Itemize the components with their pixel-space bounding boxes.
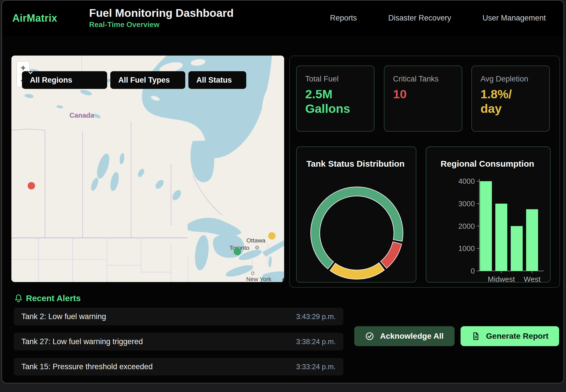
page-title: Fuel Monitoring Dashboard (89, 7, 234, 19)
generate-report-label: Generate Report (486, 332, 548, 341)
alert-time: 3:43:29 p.m. (296, 313, 336, 321)
header: AirMatrix Fuel Monitoring Dashboard Real… (2, 1, 563, 36)
check-circle-icon (365, 332, 374, 341)
alert-text: Tank 2: Low fuel warning (21, 312, 106, 321)
map-label-canada: Canada (70, 111, 94, 119)
app-logo: AirMatrix (12, 12, 57, 24)
stat-card-critical-tanks: Critical Tanks 10 (384, 66, 462, 132)
map-label-newyork: New York (246, 276, 272, 282)
y-tick-label: 1000 (458, 244, 475, 253)
tank-marker-critical[interactable] (28, 182, 35, 189)
map-label-ottawa: Ottawa (247, 237, 266, 244)
report-document-icon (471, 332, 480, 341)
nav-disaster-recovery[interactable]: Disaster Recovery (388, 14, 451, 23)
alert-time: 3:33:24 p.m. (296, 363, 336, 371)
bar-3 (511, 226, 523, 271)
regional-consumption-chart-card: Regional Consumption 01000200030004000Mi… (426, 146, 551, 283)
nav-reports[interactable]: Reports (330, 14, 357, 23)
stat-value: 10 (393, 87, 453, 101)
y-tick-label: 4000 (458, 177, 475, 185)
stat-label: Total Fuel (305, 75, 365, 83)
x-tick-label: Midwest (488, 275, 515, 282)
bell-icon (14, 293, 23, 304)
generate-report-button[interactable]: Generate Report (461, 326, 559, 346)
status-filter-dropdown[interactable]: All Status (188, 71, 246, 89)
stat-label: Avg Depletion (481, 75, 541, 83)
acknowledge-all-button[interactable]: Acknowledge All (354, 326, 455, 346)
alert-row-3[interactable]: Tank 15: Pressure threshold exceeded 3:3… (14, 358, 343, 375)
alert-row-2[interactable]: Tank 27: Low fuel warning triggered 3:38… (14, 333, 343, 350)
y-tick-label: 0 (471, 267, 475, 275)
newyork-town-dot (252, 272, 254, 275)
stat-label: Critical Tanks (393, 75, 453, 83)
ottawa-town-dot-core (256, 247, 257, 248)
title-block: Fuel Monitoring Dashboard Real-Time Over… (89, 7, 234, 29)
page-subtitle: Real-Time Overview (89, 20, 234, 29)
bar-1 (480, 181, 492, 271)
chart-title: Regional Consumption (441, 159, 534, 169)
x-tick-label: West (524, 275, 541, 282)
fuel-type-filter-dropdown[interactable]: All Fuel Types (110, 71, 185, 89)
alert-time: 3:38:24 p.m. (296, 338, 336, 346)
dashboard-window: AirMatrix Fuel Monitoring Dashboard Real… (1, 0, 564, 383)
donut-segment-red (381, 242, 402, 268)
chevron-down-icon (28, 71, 33, 74)
tank-marker-warning[interactable] (268, 232, 276, 240)
stat-card-total-fuel: Total Fuel 2.5MGallons (296, 66, 374, 132)
donut-segment-yellow (330, 263, 384, 279)
bar-2 (495, 204, 507, 271)
y-tick-label: 2000 (458, 222, 475, 230)
fuel-type-filter-value: All Fuel Types (118, 76, 170, 85)
main-nav: Reports Disaster Recovery User Managemen… (330, 14, 546, 23)
bar-4 (526, 209, 538, 271)
fuel-tank-map[interactable]: Canada Ottawa Toronto New York + − All R… (11, 56, 284, 282)
alerts-section-title: Recent Alerts (26, 293, 81, 303)
alert-text: Tank 15: Pressure threshold exceeded (21, 362, 153, 371)
tank-marker-normal[interactable] (234, 248, 241, 255)
acknowledge-all-label: Acknowledge All (380, 332, 443, 341)
y-tick-label: 3000 (458, 199, 475, 208)
tank-status-chart-card: Tank Status Distribution (296, 146, 416, 283)
stat-value: 1.8%/day (481, 87, 541, 116)
stat-card-avg-depletion: Avg Depletion 1.8%/day (471, 66, 550, 132)
alert-text: Tank 27: Low fuel warning triggered (21, 337, 143, 346)
map-canvas: Canada Ottawa Toronto New York (11, 56, 284, 282)
map-filters: All Regions All Fuel Types All Status (22, 71, 246, 89)
nav-user-management[interactable]: User Management (482, 14, 546, 23)
chart-title: Tank Status Distribution (306, 159, 404, 169)
alert-row-1[interactable]: Tank 2: Low fuel warning 3:43:29 p.m. (14, 308, 343, 325)
region-filter-value: All Regions (30, 76, 72, 85)
region-filter-dropdown[interactable]: All Regions (22, 71, 107, 89)
metrics-panel: Total Fuel 2.5MGallons Critical Tanks 10… (289, 56, 560, 288)
status-filter-value: All Status (196, 76, 232, 85)
stat-value: 2.5MGallons (305, 87, 365, 116)
